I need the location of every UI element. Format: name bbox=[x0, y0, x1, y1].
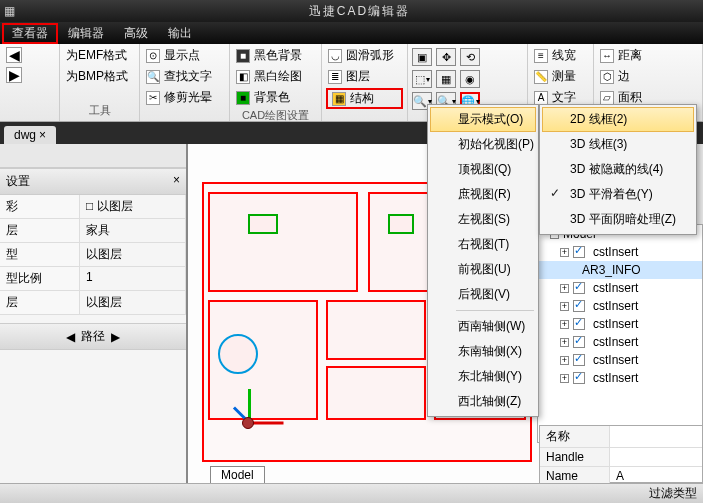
window-icon: ▦ bbox=[4, 4, 20, 18]
lineweight-button[interactable]: ≡线宽 bbox=[532, 46, 589, 65]
tree-item[interactable]: +cstInsert bbox=[538, 279, 702, 297]
path-header: ◀ 路径 ▶ bbox=[0, 324, 186, 350]
left-arrow-icon[interactable]: ◀ bbox=[66, 330, 75, 344]
ribbon-group-nav: ◀ ▶ bbox=[0, 44, 60, 121]
menu-separator bbox=[456, 310, 534, 311]
menu-display-mode[interactable]: 显示模式(O)▸ bbox=[430, 107, 536, 132]
menu-back-view[interactable]: 后视图(V) bbox=[430, 282, 536, 307]
menu-output[interactable]: 输出 bbox=[158, 23, 202, 44]
ribbon-group-drawset: ■黑色背景 ◧黑白绘图 ■背景色 CAD绘图设置 bbox=[230, 44, 322, 121]
file-tab[interactable]: dwg × bbox=[4, 126, 56, 144]
pan-icon[interactable]: ✥ bbox=[436, 48, 456, 66]
measure-button[interactable]: 📏测量 bbox=[532, 67, 589, 86]
title-bar: ▦ 迅捷CAD编辑器 bbox=[0, 0, 703, 22]
menu-nw-iso[interactable]: 西北轴侧(Z) bbox=[430, 389, 536, 414]
prop-row[interactable]: 层家具 bbox=[0, 219, 186, 243]
submenu-3d-hidden[interactable]: 3D 被隐藏的线(4) bbox=[542, 157, 694, 182]
zoom-select-icon[interactable]: ⬚ bbox=[412, 70, 432, 88]
ribbon-group-label: CAD绘图设置 bbox=[234, 107, 317, 124]
submenu-3d-smooth[interactable]: ✓3D 平滑着色(Y) bbox=[542, 182, 694, 207]
tree-item[interactable]: +cstInsert bbox=[538, 351, 702, 369]
prop-row[interactable]: Handle bbox=[540, 448, 702, 467]
menu-bottom-view[interactable]: 庶视图(R) bbox=[430, 182, 536, 207]
ribbon-group-export: 为EMF格式 为BMP格式 工具 bbox=[60, 44, 140, 121]
edge-button[interactable]: ⬡边 bbox=[598, 67, 698, 86]
menu-ne-iso[interactable]: 东北轴侧(Y) bbox=[430, 364, 536, 389]
close-icon[interactable]: × bbox=[173, 173, 180, 190]
nav-fwd-button[interactable]: ▶ bbox=[4, 66, 55, 84]
ribbon-group-find: ⊙显示点 🔍查找文字 ✂修剪光晕 bbox=[140, 44, 230, 121]
submenu-3d-wire[interactable]: 3D 线框(3) bbox=[542, 132, 694, 157]
tree-item[interactable]: +cstInsert bbox=[538, 315, 702, 333]
menu-right-view[interactable]: 右视图(T) bbox=[430, 232, 536, 257]
status-bar: 过滤类型 bbox=[0, 483, 703, 503]
filter-label[interactable]: 过滤类型 bbox=[649, 485, 697, 502]
ribbon-group-layer: ◡圆滑弧形 ≣图层 ▦结构 bbox=[322, 44, 408, 121]
menu-sw-iso[interactable]: 西南轴侧(W) bbox=[430, 314, 536, 339]
bg-color-button[interactable]: ■背景色 bbox=[234, 88, 317, 107]
zoom-fit-icon[interactable]: ▣ bbox=[412, 48, 432, 66]
prop-row[interactable]: 型以图层 bbox=[0, 243, 186, 267]
menu-se-iso[interactable]: 东南轴侧(X) bbox=[430, 339, 536, 364]
export-emf-button[interactable]: 为EMF格式 bbox=[64, 46, 135, 65]
ribbon-group-label: 工具 bbox=[64, 102, 135, 119]
tree-item[interactable]: +cstInsert bbox=[538, 243, 702, 261]
black-bg-button[interactable]: ■黑色背景 bbox=[234, 46, 317, 65]
left-panel: 设置× 彩□ 以图层 层家具 型以图层 型比例1 层以图层 ◀ 路径 ▶ bbox=[0, 144, 188, 483]
menu-top-view[interactable]: 顶视图(Q) bbox=[430, 157, 536, 182]
menu-editor[interactable]: 编辑器 bbox=[58, 23, 114, 44]
trim-halo-button[interactable]: ✂修剪光晕 bbox=[144, 88, 225, 107]
orbit-icon[interactable]: ⟲ bbox=[460, 48, 480, 66]
menu-init-view[interactable]: 初始化视图(P) bbox=[430, 132, 536, 157]
menu-left-view[interactable]: 左视图(S) bbox=[430, 207, 536, 232]
tree-item[interactable]: +cstInsert bbox=[538, 369, 702, 387]
close-icon[interactable]: × bbox=[39, 128, 46, 142]
check-icon: ✓ bbox=[550, 186, 560, 200]
menu-viewer[interactable]: 查看器 bbox=[2, 23, 58, 44]
right-arrow-icon[interactable]: ▶ bbox=[111, 330, 120, 344]
prop-row[interactable]: 彩□ 以图层 bbox=[0, 195, 186, 219]
layers-button[interactable]: ≣图层 bbox=[326, 67, 403, 86]
prop-row[interactable]: 层以图层 bbox=[0, 291, 186, 315]
panel-placeholder bbox=[0, 144, 186, 168]
menu-advanced[interactable]: 高级 bbox=[114, 23, 158, 44]
path-panel: ◀ 路径 ▶ bbox=[0, 323, 186, 350]
distance-button[interactable]: ↔距离 bbox=[598, 46, 698, 65]
app-title: 迅捷CAD编辑器 bbox=[20, 3, 699, 20]
find-text-button[interactable]: 🔍查找文字 bbox=[144, 67, 225, 86]
tree-item[interactable]: +cstInsert bbox=[538, 333, 702, 351]
bw-draw-button[interactable]: ◧黑白绘图 bbox=[234, 67, 317, 86]
prop-row[interactable]: 名称 bbox=[540, 426, 702, 448]
properties-grid: 设置× 彩□ 以图层 层家具 型以图层 型比例1 层以图层 bbox=[0, 168, 186, 315]
prop-row[interactable]: 型比例1 bbox=[0, 267, 186, 291]
structure-tree: −Model +cstInsert AR3_INFO +cstInsert +c… bbox=[537, 224, 703, 443]
smooth-arc-button[interactable]: ◡圆滑弧形 bbox=[326, 46, 403, 65]
props-header: 设置× bbox=[0, 169, 186, 195]
menu-front-view[interactable]: 前视图(U) bbox=[430, 257, 536, 282]
object-properties: 名称 Handle NameA bbox=[539, 425, 703, 483]
submenu-2d-wire[interactable]: 2D 线框(2) bbox=[542, 107, 694, 132]
view-icon[interactable]: ◉ bbox=[460, 70, 480, 88]
tree-item[interactable]: +cstInsert bbox=[538, 297, 702, 315]
tree-item-selected[interactable]: AR3_INFO bbox=[538, 261, 702, 279]
show-points-button[interactable]: ⊙显示点 bbox=[144, 46, 225, 65]
export-bmp-button[interactable]: 为BMP格式 bbox=[64, 67, 135, 86]
structure-button[interactable]: ▦结构 bbox=[326, 88, 403, 109]
model-space-tab[interactable]: Model bbox=[210, 466, 265, 483]
submenu-3d-flat[interactable]: 3D 平面阴暗处理(Z) bbox=[542, 207, 694, 232]
zoom-window-icon[interactable]: ▦ bbox=[436, 70, 456, 88]
view-context-menu: 显示模式(O)▸ 初始化视图(P) 顶视图(Q) 庶视图(R) 左视图(S) 右… bbox=[427, 104, 539, 417]
ribbon-group-label bbox=[4, 117, 55, 119]
display-mode-submenu: 2D 线框(2) 3D 线框(3) 3D 被隐藏的线(4) ✓3D 平滑着色(Y… bbox=[539, 104, 697, 235]
menu-bar: 查看器 编辑器 高级 输出 bbox=[0, 22, 703, 44]
nav-back-button[interactable]: ◀ bbox=[4, 46, 55, 64]
